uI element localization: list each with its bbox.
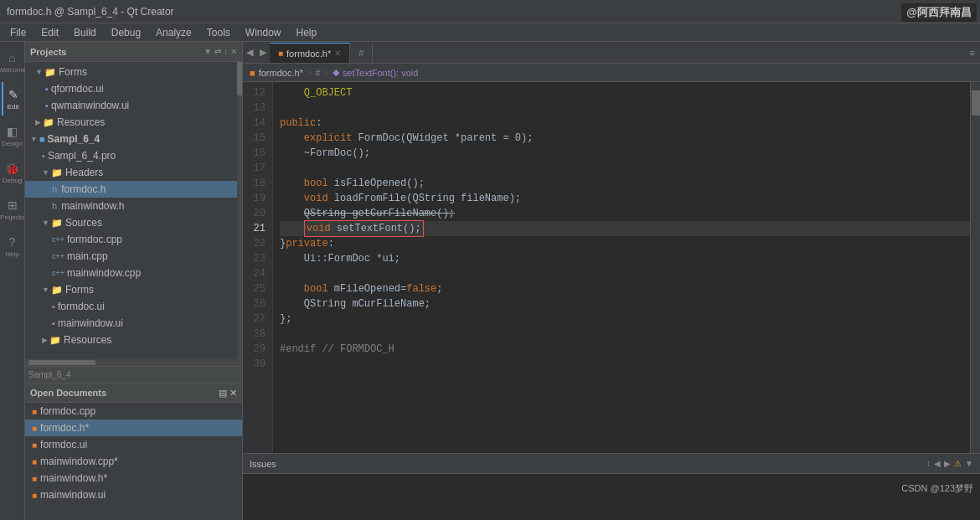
menu-tools[interactable]: Tools [200,25,237,40]
code-line-28 [280,327,970,342]
expand-arrow: ▼ [42,168,49,177]
line-num-18: 18 [243,176,272,191]
doc-icon: ■ [32,440,37,450]
doc-label: mainwindow.ui [40,489,106,501]
tree-item-resources-2[interactable]: ▶ 📁 Resources [25,332,242,348]
bottom-panel-icon-next[interactable]: ▶ [944,459,951,468]
tab-bar-right-icon[interactable]: ≡ [965,48,980,58]
breadcrumb-hash: # [315,68,320,78]
project-tree-hscrollbar[interactable] [25,359,242,366]
code-vertical-scrollbar[interactable] [970,82,980,453]
open-doc-mainwindow-ui[interactable]: ■ mainwindow.ui [25,487,242,503]
line-num-14: 14 [243,116,272,131]
code-line-26: QString mCurFileName; [280,296,970,311]
menu-analyze[interactable]: Analyze [149,25,199,40]
line-num-23: 23 [243,251,272,266]
project-panel-title: Projects [30,47,204,57]
design-icon: ◧ [7,125,18,138]
tree-item-main-cpp[interactable]: c++ main.cpp [25,248,242,265]
sidebar-item-projects[interactable]: ⊞ Projects [2,193,23,226]
tree-item-mainwindow-cpp[interactable]: c++ mainwindow.cpp [25,265,242,281]
sidebar-item-design[interactable]: ◧ Design [2,119,23,152]
menu-debug[interactable]: Debug [105,25,147,40]
tree-item-sampl64-pro[interactable]: ▪ Sampl_6_4.pro [25,147,242,164]
line-num-28: 28 [243,327,272,342]
sidebar-item-help[interactable]: ? Help [2,229,23,263]
cpp-file-icon: c++ [52,252,64,260]
tab-nav-left[interactable]: ◀ [243,47,256,58]
tab-hash[interactable]: # [350,43,373,63]
sidebar-item-debug[interactable]: 🐞 Debug [2,156,23,189]
tab-label: formdoc.h* [286,49,331,59]
bottom-panel-icon-sort[interactable]: ↕ [926,459,931,468]
open-doc-formdoc-cpp[interactable]: ■ formdoc.cpp [25,403,242,420]
tree-label: mainwindow.h [61,200,124,212]
tree-item-forms-top[interactable]: ▼ 📁 Forms [25,64,242,80]
tree-item-formdoc-cpp[interactable]: c++ formdoc.cpp [25,231,242,248]
bottom-panel-icon-prev[interactable]: ◀ [934,459,941,468]
breadcrumb-file-icon: ■ [250,68,255,78]
open-doc-mainwindow-h[interactable]: ■ mainwindow.h* [25,470,242,487]
expand-arrow: ▶ [42,336,48,344]
tree-item-qformdoc-ui[interactable]: ▪ qformdoc.ui [25,80,242,97]
line-num-21: 21 [243,221,272,236]
menu-help[interactable]: Help [290,25,324,40]
sidebar-item-edit[interactable]: ✎ Edit [2,82,23,116]
cpp-file-icon: c++ [52,269,64,277]
project-panel: Projects ▼ ⇄ ↕ ✕ ▼ 📁 Forms ▪ [25,42,243,520]
open-doc-formdoc-ui[interactable]: ■ formdoc.ui [25,436,242,453]
code-content[interactable]: Q_OBJECT public: explicit FormDoc(QWidge… [273,82,970,453]
edit-label: Edit [8,103,19,111]
tab-close-icon[interactable]: ✕ [334,49,341,58]
ui-file-icon: ▪ [52,301,55,311]
code-line-20: QString getCurFileName(); [280,206,970,221]
code-line-17 [280,161,970,176]
tree-label: Forms [59,66,87,78]
tree-item-sampl64-project[interactable]: ▼ ■ Sampl_6_4 [25,131,242,147]
open-docs-list: ■ formdoc.cpp ■ formdoc.h* ■ formdoc.ui … [25,403,242,520]
tab-bar: ◀ ▶ ■ formdoc.h* ✕ # ≡ [243,42,980,64]
debug-label: Debug [3,177,23,184]
line-num-19: 19 [243,191,272,206]
folder-icon: 📁 [51,167,63,178]
code-line-29: #endif // FORMDOC_H [280,342,970,357]
code-line-15: explicit FormDoc(QWidget *parent = 0); [280,131,970,146]
tree-item-resources-1[interactable]: ▶ 📁 Resources [25,114,242,131]
code-line-21: void setTextFont(); [280,221,970,236]
expand-icon[interactable]: ↕ [224,47,228,56]
bottom-panel-icon-warning[interactable]: ⚠ [954,459,962,468]
tree-item-formdoc-ui-sub[interactable]: ▪ formdoc.ui [25,298,242,315]
open-doc-formdoc-h[interactable]: ■ formdoc.h* [25,420,242,436]
menu-file[interactable]: File [3,25,33,40]
bottom-panel-icon-filter[interactable]: ▼ [965,459,973,468]
close-panel-icon[interactable]: ✕ [230,47,237,56]
tree-item-mainwindow-h[interactable]: h mainwindow.h [25,198,242,214]
filter-icon[interactable]: ▼ [204,47,212,56]
tree-item-headers[interactable]: ▼ 📁 Headers [25,164,242,181]
line-num-16: 16 [243,146,272,161]
sidebar-item-welcome[interactable]: ⌂ Welcome [2,45,23,79]
project-tree-scrollbar[interactable] [237,62,242,359]
menu-window[interactable]: Window [239,25,288,40]
tab-formdoc-h[interactable]: ■ formdoc.h* ✕ [270,43,350,63]
code-editor[interactable]: 12 13 14 15 16 17 18 19 20 21 22 23 24 2… [243,82,980,453]
tree-item-mainwindow-ui-sub[interactable]: ▪ mainwindow.ui [25,315,242,332]
tree-item-formdoc-h[interactable]: h formdoc.h [25,181,242,198]
tab-nav-right[interactable]: ▶ [256,47,270,58]
main-area: ⌂ Welcome ✎ Edit ◧ Design 🐞 Debug ⊞ Proj… [0,42,980,520]
open-docs-icon2[interactable]: ✕ [230,388,237,398]
sync-icon[interactable]: ⇄ [214,47,221,56]
tree-item-forms-sub[interactable]: ▼ 📁 Forms [25,281,242,298]
tree-item-sources[interactable]: ▼ 📁 Sources [25,214,242,231]
open-doc-mainwindow-cpp[interactable]: ■ mainwindow.cpp* [25,453,242,470]
welcome-icon: ⌂ [8,51,15,64]
help-label: Help [5,250,18,258]
menu-build[interactable]: Build [67,25,103,40]
red-box-highlight: void setTextFont(); [304,220,424,237]
tree-label: mainwindow.cpp [67,267,141,279]
doc-label: formdoc.cpp [40,405,95,417]
cpp-file-icon: c++ [52,235,64,244]
menu-edit[interactable]: Edit [34,25,65,40]
open-docs-icon1[interactable]: ▤ [219,388,227,398]
tree-item-qwmainwindow-ui[interactable]: ▪ qwmainwindow.ui [25,97,242,114]
